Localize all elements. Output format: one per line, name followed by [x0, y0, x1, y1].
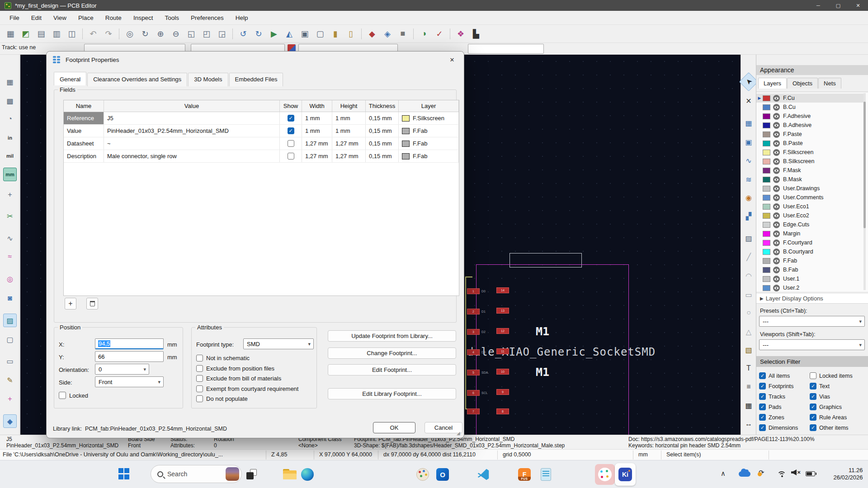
column-header-layer[interactable]: Layer [399, 100, 459, 112]
visibility-eye-icon[interactable] [773, 149, 780, 156]
add-dimension-icon[interactable]: ↔ [742, 417, 755, 431]
menu-place[interactable]: Place [72, 13, 99, 23]
field-row-datasheet[interactable]: Datasheet~1,27 mm1,27 mm0,15 mmF.Fab [64, 137, 459, 150]
draw-rectangle-icon[interactable]: ▭ [742, 288, 755, 301]
footprint-checker-icon[interactable]: ◈ [381, 27, 394, 41]
layer-row-b-paste[interactable]: B.Paste [756, 139, 865, 148]
pad-right-9[interactable]: 9 [496, 389, 509, 395]
layer-row-user-eco1[interactable]: User.Eco1 [756, 202, 865, 211]
visibility-eye-icon[interactable] [773, 158, 780, 165]
visibility-eye-icon[interactable] [773, 113, 780, 120]
filter-rule-areas[interactable]: ✓Rule Areas [810, 414, 847, 421]
field-width-cell[interactable]: 1,27 mm [302, 137, 332, 150]
visibility-eye-icon[interactable] [773, 276, 780, 282]
add-zone-icon[interactable]: ▞ [742, 209, 755, 223]
field-name-cell[interactable]: Value [64, 125, 104, 137]
layer-row-f-silkscreen[interactable]: F.Silkscreen [756, 148, 865, 157]
field-thickness-cell[interactable]: 0,15 mm [366, 112, 399, 124]
clock[interactable]: 11.26 26/02/2026 [830, 467, 866, 481]
layer-row-margin[interactable]: Margin [756, 229, 865, 238]
zoom-in-icon[interactable]: ⊕ [154, 27, 167, 41]
layer-color-swatch[interactable] [763, 159, 770, 164]
undo-icon[interactable]: ↶ [86, 27, 100, 41]
visibility-eye-icon[interactable] [773, 267, 780, 273]
visibility-eye-icon[interactable] [773, 95, 780, 102]
pad-left-1[interactable]: 1 [467, 288, 480, 294]
route-tracks-icon[interactable]: ∿ [742, 154, 755, 167]
layer-row-user-eco2[interactable]: User.Eco2 [756, 211, 865, 220]
board-setup-icon[interactable]: ◩ [19, 27, 33, 41]
edit-mode-icon[interactable]: ✎ [3, 373, 17, 387]
field-value-cell[interactable]: J5 [104, 112, 280, 124]
visibility-eye-icon[interactable] [773, 285, 780, 291]
filter-graphics[interactable]: ✓Graphics [810, 404, 842, 410]
select-tool-icon[interactable]: ➤ [739, 72, 758, 91]
pad-left-6[interactable]: 6 [467, 390, 480, 396]
visibility-eye-icon[interactable] [773, 176, 780, 183]
column-header-name[interactable]: Name [64, 100, 104, 112]
footprint-reference-text[interactable]: M1 [536, 325, 549, 338]
erc-check-icon[interactable]: ✓ [433, 27, 446, 41]
draw-line-icon[interactable]: ╱ [742, 250, 755, 263]
pad-left-7[interactable]: 7 [467, 408, 480, 414]
viewports-select[interactable]: --- [759, 339, 865, 350]
onedrive-button[interactable] [739, 471, 750, 477]
field-value-cell[interactable]: ~ [104, 137, 280, 150]
add-text-icon[interactable]: T [742, 361, 755, 375]
field-value-cell[interactable]: Male connector, single row [104, 150, 280, 162]
ok-button[interactable]: OK [373, 422, 415, 433]
appearance-tab-nets[interactable]: Nets [818, 78, 841, 89]
filter-other-items[interactable]: ✓Other items [810, 424, 849, 431]
visibility-eye-icon[interactable] [773, 258, 780, 264]
show-checkbox[interactable]: ✓ [288, 127, 294, 134]
layer-color-swatch[interactable] [763, 204, 770, 210]
layer-color-swatch[interactable] [763, 195, 770, 201]
plot-run-icon[interactable]: ▶ [267, 27, 281, 41]
track-sketch-mode-icon[interactable]: ≈ [3, 250, 17, 263]
visibility-eye-icon[interactable] [773, 185, 780, 192]
layer-color-swatch[interactable] [763, 285, 770, 291]
dialog-title-bar[interactable]: Footprint Properties [47, 52, 464, 68]
orientation-select[interactable]: 0 [95, 364, 149, 375]
visibility-eye-icon[interactable] [773, 122, 780, 129]
resize-grip[interactable]: ◢ [457, 431, 462, 436]
attr-checkbox-exclude-from-position-files[interactable]: Exclude from position files [196, 365, 274, 372]
field-value-cell[interactable]: PinHeader_01x03_P2.54mm_Horizontal_SMD [104, 125, 280, 137]
tab-3d-models[interactable]: 3D Models [188, 73, 228, 86]
notepad-button[interactable] [541, 468, 551, 481]
zone-outline-display-icon[interactable]: ▢ [3, 333, 17, 346]
field-name-cell[interactable]: Reference [64, 112, 104, 124]
pad-left-3[interactable]: 3 [467, 329, 480, 335]
vscode-button[interactable] [477, 468, 490, 481]
update-pcb-icon[interactable]: ◑ [417, 27, 431, 41]
via-sketch-mode-icon[interactable]: ◎ [3, 272, 17, 286]
show-checkbox[interactable]: ✓ [288, 115, 294, 122]
add-field-button[interactable]: + [65, 298, 76, 310]
column-header-value[interactable]: Value [104, 100, 280, 112]
pad-left-4[interactable]: 4 [467, 349, 480, 355]
column-header-thickness[interactable]: Thickness [366, 100, 399, 112]
column-header-height[interactable]: Height [332, 100, 366, 112]
x-input[interactable]: 94,5 [95, 338, 164, 349]
lock-icon[interactable]: ▮ [329, 27, 342, 41]
add-rule-area-icon[interactable]: ▨ [742, 231, 755, 245]
layer-row-b-silkscreen[interactable]: B.Silkscreen [756, 157, 865, 166]
pad-right-8[interactable]: 8 [496, 408, 509, 414]
show-checkbox[interactable] [288, 140, 294, 147]
pad-right-12[interactable]: 12 [496, 328, 509, 334]
kicad-button[interactable]: Ki [615, 463, 636, 486]
layer-scrollbar-thumb[interactable] [863, 102, 866, 228]
layer-row-b-adhesive[interactable]: B.Adhesive [756, 121, 865, 130]
filter-zones[interactable]: ✓Zones [759, 414, 784, 421]
zoom-selection-icon[interactable]: ◲ [215, 27, 229, 41]
menu-edit[interactable]: Edit [25, 13, 47, 23]
field-width-cell[interactable]: 1 mm [302, 125, 332, 137]
layer-color-swatch[interactable] [763, 131, 770, 137]
pad-left-5[interactable]: 5 [467, 370, 480, 375]
pad-right-13[interactable]: 13 [496, 308, 509, 314]
add-textbox-icon[interactable]: ≡ [742, 380, 755, 394]
visibility-eye-icon[interactable] [773, 131, 780, 138]
undo-list-icon[interactable]: ↺ [236, 27, 250, 41]
units-mm[interactable]: mm [3, 168, 17, 181]
field-name-cell[interactable]: Description [64, 150, 104, 162]
